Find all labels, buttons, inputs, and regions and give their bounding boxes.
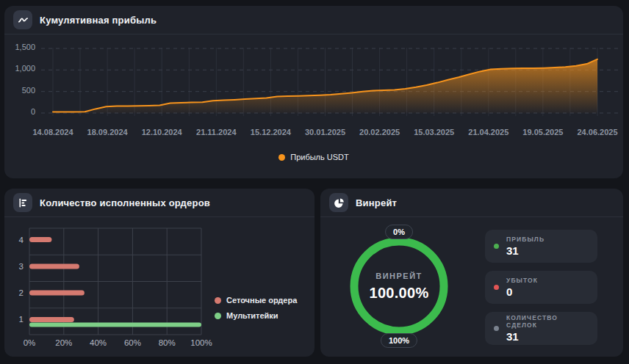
winrate-header: Винрейт — [320, 189, 623, 217]
profit-legend: Прибыль USDT — [4, 153, 623, 161]
stat-card: ПРИБЫЛЬ31 — [485, 230, 597, 263]
winrate-body: ВИНРЕЙТ 100.00% 0% 100% ПРИБЫЛЬ31УБЫТОК0… — [320, 218, 623, 357]
grid-orders-bar — [29, 263, 79, 269]
stat-label: УБЫТОК — [506, 277, 538, 284]
x-tick-label: 14.08.2024 — [32, 128, 73, 136]
profit-legend-label[interactable]: Прибыль USDT — [290, 153, 349, 161]
grid-orders-bar — [29, 317, 74, 322]
executed-orders-title: Количество исполненных ордеров — [40, 197, 210, 208]
category-label: 2 — [19, 288, 24, 297]
x-tick-label: 0% — [24, 338, 36, 347]
x-tick-label: 15.12.2024 — [251, 128, 291, 136]
orders-legend: Сеточные ордераМультитейки — [215, 296, 297, 320]
x-tick-label: 30.01.2025 — [305, 128, 345, 136]
x-tick-label: 15.03.2025 — [414, 128, 454, 136]
stat-card: УБЫТОК0 — [485, 271, 597, 304]
stat-label: КОЛИЧЕСТВО СДЕЛОК — [506, 314, 589, 329]
legend-label: Сеточные ордера — [226, 296, 297, 305]
pie-chart-icon — [329, 193, 348, 212]
x-tick-label: 12.10.2024 — [142, 128, 182, 136]
multitake-bar — [29, 322, 201, 327]
profit-plot-area — [41, 46, 622, 119]
winrate-title: Винрейт — [356, 197, 397, 208]
x-tick-label: 20% — [55, 338, 72, 347]
stat-text: КОЛИЧЕСТВО СДЕЛОК31 — [506, 314, 589, 343]
stat-text: ПРИБЫЛЬ31 — [506, 236, 544, 257]
winrate-stats: ПРИБЫЛЬ31УБЫТОК0КОЛИЧЕСТВО СДЕЛОК31 — [485, 230, 597, 353]
stat-value: 31 — [506, 330, 589, 343]
y-tick-label: 500 — [4, 86, 35, 95]
executed-orders-panel: Количество исполненных ордеров 43210%20%… — [4, 189, 314, 357]
stat-dot-icon — [494, 244, 499, 249]
x-tick-label: 24.06.2025 — [577, 128, 617, 136]
x-tick-label: 18.09.2024 — [87, 128, 128, 136]
stat-value: 0 — [506, 285, 538, 298]
stat-dot-icon — [494, 285, 499, 290]
y-tick-label: 0 — [4, 107, 35, 116]
legend-dot-icon — [215, 297, 221, 304]
y-tick-label: 1,000 — [4, 64, 35, 73]
cumulative-profit-chart: 1,5001,0005000 14.08.202418.09.202412.10… — [4, 41, 623, 178]
winrate-zero-badge: 0% — [385, 225, 413, 239]
cumulative-profit-panel: Кумулятивная прибыль 1,5001,0005000 14.0… — [4, 6, 623, 178]
legend-dot-icon — [215, 313, 221, 319]
category-label: 4 — [19, 236, 24, 244]
grid-orders-bar — [29, 237, 51, 242]
winrate-panel: Винрейт ВИНРЕЙТ 100.00% 0% 100% ПРИБЫЛЬ3… — [320, 189, 623, 357]
category-label: 3 — [19, 262, 24, 271]
x-tick-label: 80% — [159, 338, 176, 347]
profit-legend-dot-icon — [278, 154, 285, 161]
cumulative-profit-body: 1,5001,0005000 14.08.202418.09.202412.10… — [4, 35, 623, 178]
executed-orders-body: 43210%20%40%60%80%100% Сеточные ордераМу… — [4, 218, 314, 357]
x-tick-label: 20.02.2025 — [359, 128, 400, 136]
cumulative-profit-header: Кумулятивная прибыль — [4, 6, 623, 34]
winrate-center-label: ВИНРЕЙТ — [375, 272, 423, 280]
stat-dot-icon — [494, 326, 499, 331]
line-chart-icon — [13, 10, 32, 29]
winrate-donut: ВИНРЕЙТ 100.00% 0% 100% — [344, 231, 454, 341]
orders-plot-area: 43210%20%40%60%80%100% — [6, 222, 226, 353]
stat-text: УБЫТОК0 — [506, 277, 538, 298]
winrate-hundred-badge: 100% — [381, 333, 417, 348]
x-tick-label: 19.05.2025 — [522, 128, 563, 136]
cumulative-profit-title: Кумулятивная прибыль — [40, 15, 157, 26]
x-tick-label: 60% — [124, 338, 141, 347]
legend-label: Мультитейки — [226, 311, 278, 320]
grid-orders-bar — [29, 291, 85, 296]
x-tick-label: 40% — [90, 338, 107, 347]
winrate-center: ВИНРЕЙТ 100.00% — [344, 231, 454, 341]
x-tick-label: 21.11.2024 — [196, 128, 236, 136]
executed-orders-header: Количество исполненных ордеров — [4, 189, 314, 217]
x-tick-label: 100% — [190, 338, 212, 347]
orders-legend-item[interactable]: Сеточные ордера — [215, 296, 297, 305]
bar-list-icon — [13, 193, 32, 212]
stat-label: ПРИБЫЛЬ — [506, 236, 544, 243]
stat-card: КОЛИЧЕСТВО СДЕЛОК31 — [485, 312, 597, 345]
y-tick-label: 1,500 — [4, 43, 35, 51]
stat-value: 31 — [506, 244, 544, 257]
winrate-center-value: 100.00% — [369, 285, 428, 302]
category-label: 1 — [19, 315, 24, 324]
orders-legend-item[interactable]: Мультитейки — [215, 311, 297, 320]
x-tick-label: 21.04.2025 — [468, 128, 508, 136]
